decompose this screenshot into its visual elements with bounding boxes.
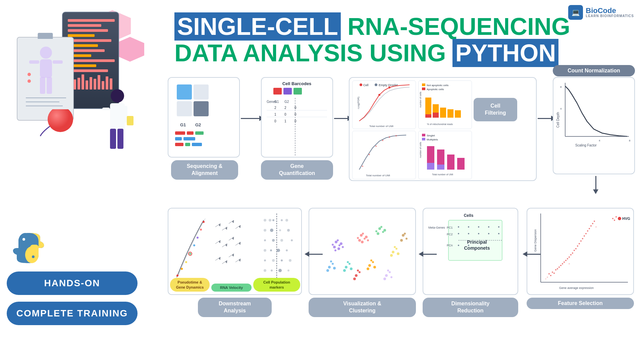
svg-point-177 xyxy=(488,226,489,228)
chart-umi-scatter: Total number of UMI number of cells xyxy=(352,131,416,179)
svg-point-33 xyxy=(111,89,124,103)
svg-point-140 xyxy=(582,238,583,239)
svg-text:G1: G1 xyxy=(274,100,279,104)
svg-rect-25 xyxy=(47,77,52,94)
svg-point-291 xyxy=(280,239,283,242)
svg-point-102 xyxy=(375,145,377,147)
box-count-norm: Count Normalization Cell Depth Scaling F… xyxy=(553,77,635,174)
svg-rect-36 xyxy=(117,129,123,149)
svg-point-203 xyxy=(365,236,368,238)
svg-rect-2 xyxy=(68,29,108,32)
svg-rect-113 xyxy=(427,163,434,170)
svg-point-234 xyxy=(359,271,361,273)
svg-point-249 xyxy=(189,253,191,255)
main-content: SINGLE-CELL RNA-SEQUENCING DATA ANALYSIS… xyxy=(154,0,644,362)
svg-point-137 xyxy=(572,252,573,254)
hands-on-button[interactable]: HANDS-ON xyxy=(7,272,138,295)
rna-velocity-tag: RNA Velocity xyxy=(211,284,252,292)
svg-point-223 xyxy=(345,266,347,268)
svg-point-139 xyxy=(579,243,580,244)
svg-rect-57 xyxy=(183,137,195,140)
person-figure xyxy=(101,89,134,164)
svg-point-198 xyxy=(334,249,336,251)
svg-point-178 xyxy=(498,226,499,228)
svg-point-206 xyxy=(361,241,364,243)
cell-population-tag: Cell Population markers xyxy=(253,278,300,292)
svg-point-247 xyxy=(181,268,183,270)
svg-point-300 xyxy=(289,259,291,262)
title-python: PYTHON xyxy=(452,39,558,67)
workflow-diagram: G1 G2 Sequencing & Alignment Cell Ba xyxy=(168,77,637,345)
svg-rect-27 xyxy=(53,60,63,64)
svg-point-136 xyxy=(569,256,570,258)
complete-training-button[interactable]: COMPLETE TRAINING xyxy=(7,302,138,325)
svg-point-200 xyxy=(364,238,366,240)
chart-cell-empty: Cell Empty Droplet -Log(FDR) Total numbe… xyxy=(352,80,416,129)
svg-point-181 xyxy=(478,233,479,234)
svg-text:Multiplets: Multiplets xyxy=(427,138,438,141)
arrow-viz-to-downstream xyxy=(305,251,323,257)
svg-point-290 xyxy=(272,239,275,242)
svg-rect-50 xyxy=(194,101,209,116)
svg-point-222 xyxy=(373,266,376,268)
svg-rect-49 xyxy=(177,101,192,116)
svg-point-176 xyxy=(478,226,479,228)
svg-point-179 xyxy=(458,233,459,234)
svg-rect-116 xyxy=(447,155,454,170)
svg-point-284 xyxy=(285,219,288,222)
svg-text:4: 4 xyxy=(560,107,562,110)
svg-point-159 xyxy=(569,263,570,264)
svg-text:2: 2 xyxy=(284,106,286,110)
svg-point-180 xyxy=(468,233,469,234)
svg-rect-16 xyxy=(90,77,92,89)
svg-point-190 xyxy=(335,241,337,243)
svg-rect-48 xyxy=(194,84,209,100)
left-panel: HANDS-ON COMPLETE TRAINING xyxy=(0,0,154,362)
svg-rect-95 xyxy=(455,110,461,118)
svg-rect-58 xyxy=(175,143,183,146)
svg-point-211 xyxy=(383,229,386,232)
svg-rect-8 xyxy=(68,59,115,62)
svg-point-196 xyxy=(342,246,344,248)
title-line1: SINGLE-CELL RNA-SEQUENCING xyxy=(174,13,637,40)
svg-point-251 xyxy=(197,237,199,239)
svg-point-286 xyxy=(270,229,273,232)
svg-point-162 xyxy=(612,218,613,219)
svg-point-294 xyxy=(270,249,272,251)
svg-rect-110 xyxy=(422,138,425,140)
svg-text:Cell: Cell xyxy=(363,83,369,87)
svg-rect-63 xyxy=(293,88,302,95)
svg-rect-47 xyxy=(177,84,192,100)
svg-rect-0 xyxy=(68,19,115,22)
svg-rect-43 xyxy=(18,238,27,251)
svg-point-299 xyxy=(281,259,283,261)
svg-point-22 xyxy=(40,47,52,59)
svg-point-174 xyxy=(458,226,459,228)
svg-rect-14 xyxy=(82,74,84,89)
svg-point-155 xyxy=(587,230,588,232)
svg-text:Total number of UMI: Total number of UMI xyxy=(366,174,390,177)
svg-point-235 xyxy=(353,278,356,280)
illustration-area xyxy=(10,7,144,168)
biocode-tagline: LEARN BIOINFORMATICS xyxy=(586,14,634,18)
seq-label: Sequencing & Alignment xyxy=(171,160,238,180)
svg-text:0: 0 xyxy=(294,106,297,110)
svg-point-280 xyxy=(264,219,266,222)
svg-rect-97 xyxy=(433,113,439,118)
arrow-feat-to-dim xyxy=(523,251,541,257)
svg-point-175 xyxy=(468,226,469,228)
box-dim-reduction: Cells Meta-Genes PC1 PC2 xyxy=(423,208,518,295)
pseudotime-tag: Pseudotime & Gene Dynamics xyxy=(170,278,210,292)
svg-point-150 xyxy=(570,254,572,255)
svg-text:1: 1 xyxy=(274,113,276,116)
svg-text:Componets: Componets xyxy=(464,245,490,251)
svg-point-233 xyxy=(355,274,358,277)
svg-rect-12 xyxy=(73,79,76,89)
svg-point-134 xyxy=(562,263,563,264)
svg-point-128 xyxy=(618,217,621,220)
svg-point-46 xyxy=(32,255,35,258)
svg-point-182 xyxy=(488,233,489,234)
svg-point-224 xyxy=(348,263,351,265)
svg-rect-24 xyxy=(40,77,45,94)
svg-point-246 xyxy=(176,275,178,277)
